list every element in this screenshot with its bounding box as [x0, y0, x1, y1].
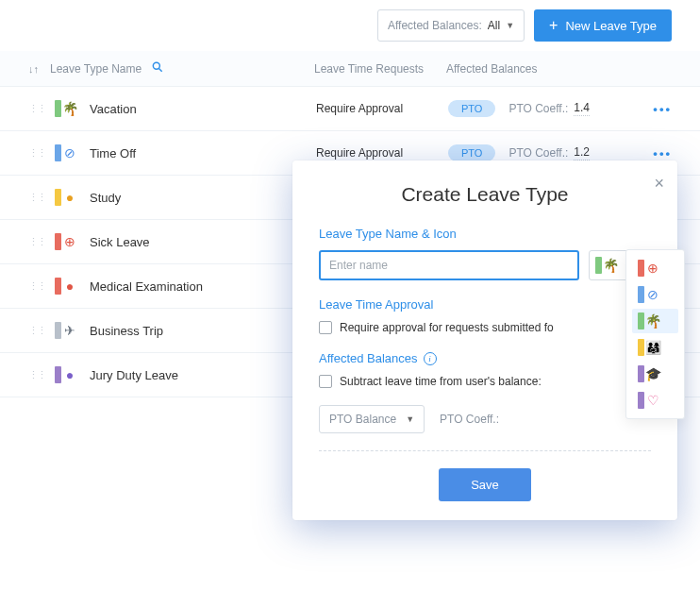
coeff-label: PTO Coeff.: — [508, 146, 568, 160]
more-icon[interactable]: ••• — [653, 102, 672, 116]
sort-icon[interactable]: ↓↑ — [28, 63, 39, 75]
col-balances[interactable]: Affected Balances — [446, 62, 672, 76]
leave-type-name: Time Off — [90, 146, 316, 160]
coeff-value: 1.4 — [574, 101, 590, 116]
leave-type-name: Medical Examination — [90, 279, 316, 294]
chevron-down-icon: ▼ — [406, 414, 414, 424]
icon-picker: ⊕ ⊘ 🌴 👨‍👩‍👧 🎓 ♡ — [625, 249, 685, 419]
table-row[interactable]: ⋮⋮ 🌴 Vacation Require Approval PTOPTO Co… — [0, 87, 700, 131]
leave-type-icon: 🌴 — [55, 100, 78, 117]
leave-type-icon: ● — [55, 366, 78, 383]
pto-pill: PTO — [448, 144, 495, 161]
leave-type-name: Jury Duty Leave — [90, 368, 316, 382]
col-name[interactable]: Leave Type Name — [50, 62, 142, 76]
leave-type-icon: ✈ — [55, 322, 78, 339]
filter-affected-balances[interactable]: Affected Balances: All ▼ — [377, 9, 525, 42]
require-approval-checkbox[interactable] — [319, 321, 332, 334]
leave-type-name: Business Trip — [90, 324, 316, 338]
plus-icon: + — [549, 17, 558, 34]
leave-type-icon: ● — [55, 189, 78, 206]
icon-option-timeoff[interactable]: ⊘ — [632, 282, 678, 307]
icon-option-medical[interactable]: ♡ — [632, 388, 678, 413]
leave-request-mode: Require Approval — [316, 102, 448, 115]
drag-handle-icon[interactable]: ⋮⋮ — [28, 236, 45, 248]
drag-handle-icon[interactable]: ⋮⋮ — [28, 147, 45, 160]
drag-handle-icon[interactable]: ⋮⋮ — [28, 325, 45, 337]
leave-request-mode: Require Approval — [316, 146, 448, 160]
drag-handle-icon[interactable]: ⋮⋮ — [28, 369, 45, 381]
modal-title: Create Leave Type — [319, 183, 651, 206]
drag-handle-icon[interactable]: ⋮⋮ — [28, 280, 45, 293]
leave-type-name-input[interactable] — [319, 250, 579, 280]
icon-option-vacation[interactable]: 🌴 — [632, 309, 678, 333]
balance-select[interactable]: PTO Balance ▼ — [319, 405, 425, 433]
balance-checkbox-label: Subtract leave time from user's balance: — [340, 375, 542, 388]
search-icon[interactable] — [151, 60, 164, 76]
new-btn-label: New Leave Type — [565, 19, 657, 33]
svg-line-1 — [159, 68, 162, 71]
filter-value: All — [488, 19, 500, 32]
chevron-down-icon: ▼ — [506, 21, 514, 30]
info-icon[interactable]: i — [424, 352, 437, 365]
divider — [319, 450, 651, 451]
coeff-label: PTO Coeff.: — [440, 413, 499, 426]
leave-type-name: Sick Leave — [90, 235, 316, 249]
col-requests[interactable]: Leave Time Requests — [314, 62, 446, 76]
svg-point-0 — [154, 62, 160, 69]
leave-type-icon: ● — [55, 278, 78, 295]
new-leave-type-button[interactable]: + New Leave Type — [534, 9, 672, 42]
approval-section-label: Leave Time Approval — [319, 297, 651, 312]
leave-type-name: Study — [90, 191, 316, 205]
leave-type-icon: ⊕ — [55, 233, 78, 250]
icon-option-family[interactable]: 👨‍👩‍👧 — [632, 335, 678, 360]
leave-type-icon: ⊘ — [55, 144, 78, 161]
coeff-value: 1.2 — [574, 145, 590, 160]
affected-balance-cell: PTOPTO Coeff.:1.2••• — [448, 144, 672, 161]
affected-balance-cell: PTOPTO Coeff.:1.4••• — [448, 100, 672, 117]
more-icon[interactable]: ••• — [653, 146, 672, 160]
drag-handle-icon[interactable]: ⋮⋮ — [28, 103, 45, 115]
create-leave-type-modal: × Create Leave Type Leave Type Name & Ic… — [292, 160, 677, 520]
name-section-label: Leave Type Name & Icon — [319, 227, 651, 241]
save-button[interactable]: Save — [439, 468, 531, 501]
table-header: ↓↑ Leave Type Name Leave Time Requests A… — [0, 51, 700, 87]
balances-section-label: Affected Balances i — [319, 351, 651, 365]
icon-option-study[interactable]: 🎓 — [632, 362, 678, 386]
filter-label: Affected Balances: — [388, 19, 482, 32]
leave-type-name: Vacation — [90, 102, 316, 116]
approval-checkbox-label: Require approval for requests submitted … — [340, 321, 554, 334]
icon-option-sick[interactable]: ⊕ — [632, 256, 678, 280]
close-icon[interactable]: × — [654, 174, 664, 194]
subtract-balance-checkbox[interactable] — [319, 375, 332, 388]
drag-handle-icon[interactable]: ⋮⋮ — [28, 192, 45, 204]
pto-pill: PTO — [448, 100, 495, 117]
coeff-label: PTO Coeff.: — [508, 102, 568, 115]
